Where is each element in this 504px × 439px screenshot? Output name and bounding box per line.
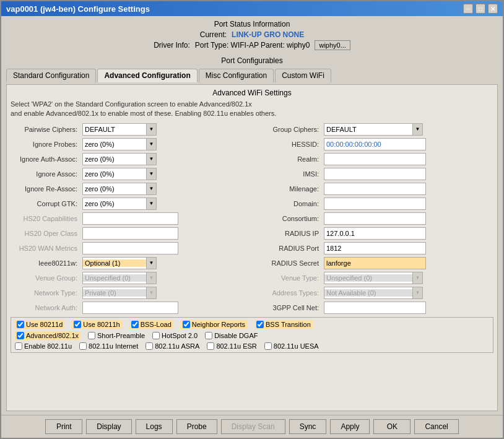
advanced-8021x-item[interactable]: Advanced/802.1x — [15, 331, 80, 340]
enable-80211u-item[interactable]: Enable 802.11u — [15, 342, 72, 350]
advanced-8021x-checkbox[interactable] — [17, 332, 24, 339]
disable-dgaf-item[interactable]: Disable DGAF — [205, 332, 258, 339]
80211u-asra-checkbox[interactable] — [146, 342, 153, 350]
network-auth-input[interactable] — [82, 302, 178, 314]
ignore-probes-select[interactable]: zero (0%) ▼ — [82, 138, 157, 150]
tab-custom[interactable]: Custom WiFi — [275, 69, 331, 82]
hs20-capabilities-input[interactable] — [82, 212, 178, 225]
tab-standard[interactable]: Standard Configuration — [6, 69, 96, 82]
venue-type-select[interactable]: Unspecified (0) ▼ — [324, 272, 423, 284]
80211u-uesa-label: 802.11u UESA — [274, 342, 319, 350]
use-80211h-checkbox[interactable] — [74, 321, 81, 328]
neighbor-reports-item[interactable]: Neighbor Reports — [181, 320, 247, 329]
title-bar-buttons: ─ □ ✕ — [463, 4, 498, 14]
ieee80211w-select[interactable]: Optional (1) ▼ — [82, 257, 157, 269]
enable-80211u-checkbox[interactable] — [15, 342, 22, 350]
bss-transition-checkbox[interactable] — [256, 321, 264, 328]
use-80211d-item[interactable]: Use 80211d — [15, 320, 64, 329]
milenage-input[interactable] — [324, 183, 426, 195]
ignore-probes-dropdown[interactable]: ▼ — [146, 139, 156, 150]
80211u-internet-item[interactable]: 802.11u Internet — [79, 342, 138, 350]
address-types-dropdown[interactable]: ▼ — [412, 287, 422, 298]
radius-secret-input[interactable] — [324, 257, 426, 269]
short-preamble-checkbox[interactable] — [88, 332, 95, 339]
hs20-wan-metrics-input[interactable] — [82, 242, 178, 254]
corrupt-gtk-dropdown[interactable]: ▼ — [146, 198, 156, 209]
ignore-probes-label: Ignore Probes: — [12, 141, 80, 148]
bss-transition-item[interactable]: BSS Transition — [254, 320, 313, 329]
80211u-internet-checkbox[interactable] — [79, 342, 87, 350]
window-title: vap0001 (jw4-ben) Configure Settings — [6, 4, 150, 14]
network-type-select[interactable]: Private (0) ▼ — [82, 287, 157, 299]
cancel-button[interactable]: Cancel — [414, 419, 458, 434]
sync-button[interactable]: Sync — [289, 419, 327, 434]
ignore-reassoc-dropdown[interactable]: ▼ — [146, 183, 156, 194]
ignore-reassoc-select[interactable]: zero (0%) ▼ — [82, 183, 157, 195]
use-80211d-checkbox[interactable] — [17, 321, 24, 328]
venue-group-dropdown[interactable]: ▼ — [146, 272, 156, 284]
80211u-uesa-item[interactable]: 802.11u UESA — [264, 342, 319, 350]
probe-button[interactable]: Probe — [176, 419, 217, 434]
corrupt-gtk-select[interactable]: zero (0%) ▼ — [82, 198, 157, 210]
group-ciphers-select[interactable]: DEFAULT ▼ — [324, 123, 423, 136]
pairwise-ciphers-select[interactable]: DEFAULT ▼ — [82, 123, 157, 136]
venue-type-dropdown[interactable]: ▼ — [412, 272, 422, 284]
80211u-esr-checkbox[interactable] — [207, 342, 214, 350]
short-preamble-item[interactable]: Short-Preamble — [88, 332, 145, 339]
tab-misc[interactable]: Misc Configuration — [199, 69, 274, 82]
close-button[interactable]: ✕ — [488, 4, 498, 14]
radius-ip-input[interactable] — [324, 227, 426, 240]
display-scan-button[interactable]: Display Scan — [221, 419, 285, 434]
minimize-button[interactable]: ─ — [463, 4, 473, 14]
tab-advanced[interactable]: Advanced Configuration — [97, 69, 197, 82]
domain-input[interactable] — [324, 198, 426, 210]
display-button[interactable]: Display — [86, 419, 131, 434]
bss-load-item[interactable]: BSS-Load — [129, 320, 173, 329]
logs-button[interactable]: Logs — [136, 419, 173, 434]
address-types-select[interactable]: Not Available (0) ▼ — [324, 287, 423, 299]
80211u-asra-item[interactable]: 802.11u ASRA — [146, 342, 199, 350]
current-label: Current: — [200, 30, 227, 39]
80211u-uesa-checkbox[interactable] — [264, 342, 272, 350]
hs20-oper-class-input[interactable] — [82, 227, 178, 240]
consortium-input[interactable] — [324, 212, 426, 225]
80211u-esr-item[interactable]: 802.11u ESR — [207, 342, 256, 350]
hotspot-20-item[interactable]: HotSpot 2.0 — [152, 332, 198, 339]
apply-button[interactable]: Apply — [330, 419, 370, 434]
80211u-asra-label: 802.11u ASRA — [155, 342, 199, 350]
ignore-assoc-select[interactable]: zero (0%) ▼ — [82, 168, 157, 180]
driver-label: Driver Info: — [154, 41, 190, 50]
checkbox-row-3: Enable 802.11u 802.11u Internet 802.11u … — [15, 342, 489, 350]
print-button[interactable]: Print — [45, 419, 82, 434]
venue-group-select[interactable]: Unspecified (0) ▼ — [82, 272, 157, 284]
network-type-value: Private (0) — [83, 289, 146, 297]
ieee80211w-dropdown[interactable]: ▼ — [146, 258, 156, 269]
pairwise-ciphers-value: DEFAULT — [83, 126, 146, 133]
3gpp-cell-net-row: 3GPP Cell Net: — [252, 301, 493, 315]
3gpp-cell-net-input[interactable] — [324, 302, 426, 314]
network-type-dropdown[interactable]: ▼ — [146, 287, 156, 298]
venue-type-row: Venue Type: Unspecified (0) ▼ — [252, 271, 493, 285]
imsi-input[interactable] — [324, 168, 426, 180]
ok-button[interactable]: OK — [373, 419, 411, 434]
realm-input[interactable] — [324, 153, 426, 165]
group-ciphers-dropdown[interactable]: ▼ — [412, 124, 422, 135]
pairwise-ciphers-dropdown[interactable]: ▼ — [146, 124, 156, 135]
bss-load-checkbox[interactable] — [131, 321, 139, 328]
radius-port-label: RADIUS Port — [253, 245, 321, 252]
3gpp-cell-net-label: 3GPP Cell Net: — [253, 304, 321, 311]
wiphy-button[interactable]: wiphy0... — [315, 40, 350, 50]
disable-dgaf-checkbox[interactable] — [205, 332, 212, 339]
hessid-input[interactable] — [324, 138, 426, 150]
maximize-button[interactable]: □ — [476, 4, 485, 14]
use-80211h-label: Use 80211h — [83, 321, 119, 328]
ignore-auth-assoc-dropdown[interactable]: ▼ — [146, 154, 156, 165]
venue-group-value: Unspecified (0) — [83, 274, 146, 282]
ignore-auth-assoc-select[interactable]: zero (0%) ▼ — [82, 153, 157, 165]
hotspot-20-checkbox[interactable] — [152, 332, 160, 339]
radius-port-input[interactable] — [324, 242, 426, 254]
ignore-assoc-dropdown[interactable]: ▼ — [146, 168, 156, 180]
port-configurables-title: Port Configurables — [6, 56, 498, 65]
neighbor-reports-checkbox[interactable] — [183, 321, 190, 328]
use-80211h-item[interactable]: Use 80211h — [72, 320, 121, 329]
